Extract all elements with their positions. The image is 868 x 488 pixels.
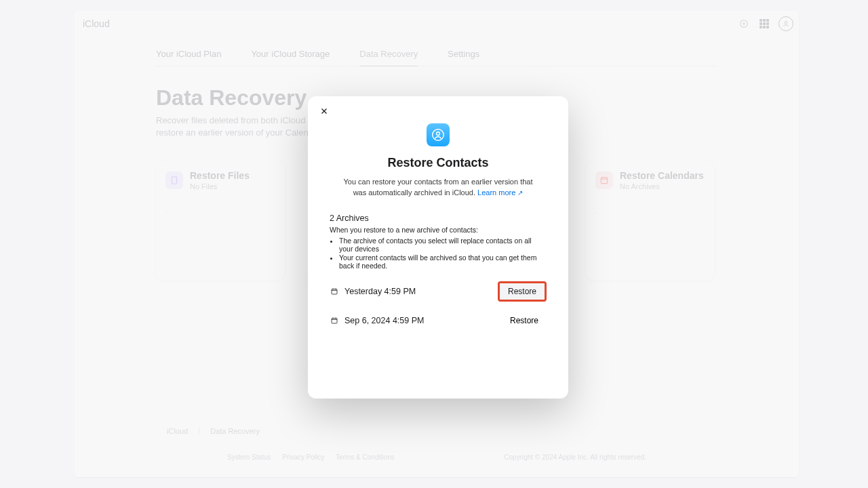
archive-list: Yesterday 4:59 PM Restore Sep 6, 2024 4:… (320, 270, 556, 334)
card-title: Restore Calendars (620, 170, 704, 181)
card-restore-files[interactable]: Restore Files No Files . (156, 161, 285, 280)
card-note: . (165, 207, 275, 215)
svg-point-10 (437, 132, 440, 136)
restore-button[interactable]: Restore (500, 283, 545, 300)
topbar-actions (738, 16, 793, 31)
breadcrumb-page: Data Recovery (210, 427, 260, 435)
svg-point-3 (785, 21, 787, 24)
settings-tabs: Your iCloud Plan Your iCloud Storage Dat… (156, 37, 717, 66)
svg-rect-5 (601, 178, 607, 184)
card-restore-calendars[interactable]: Restore Calendars No Archives . (586, 161, 715, 280)
breadcrumb-home[interactable]: iCloud (167, 427, 188, 435)
learn-more-link[interactable]: Learn more ↗ (477, 188, 523, 197)
tab-your-icloud-plan[interactable]: Your iCloud Plan (156, 37, 221, 66)
svg-rect-15 (332, 318, 337, 323)
archives-count: 2 Archives (330, 214, 547, 223)
restore-button[interactable]: Restore (502, 312, 547, 329)
files-icon (165, 171, 183, 189)
card-title: Restore Files (190, 170, 250, 181)
app-topbar: iCloud (75, 11, 799, 37)
archives-note: When you restore to a new archive of con… (330, 226, 547, 234)
tutorial-highlight: Restore (498, 281, 547, 302)
modal-title: Restore Contacts (387, 156, 488, 170)
brand-label: iCloud (83, 18, 110, 29)
footer-breadcrumb: iCloud Data Recovery (75, 427, 799, 435)
archive-date: Sep 6, 2024 4:59 PM (344, 316, 496, 325)
footer-link-system-status[interactable]: System Status (227, 453, 271, 461)
tab-data-recovery[interactable]: Data Recovery (359, 37, 418, 66)
archives-bullets: The archive of contacts you select will … (339, 237, 547, 270)
divider (199, 428, 199, 434)
footer-legal: System Status Privacy Policy Terms & Con… (75, 453, 799, 461)
bullet-item: The archive of contacts you select will … (339, 237, 547, 253)
calendar-small-icon (330, 287, 339, 296)
footer-link-terms[interactable]: Terms & Conditions (336, 453, 395, 461)
close-button[interactable] (317, 104, 331, 118)
restore-contacts-modal: Restore Contacts You can restore your co… (308, 96, 568, 399)
archive-row: Sep 6, 2024 4:59 PM Restore (330, 307, 547, 334)
modal-description: You can restore your contacts from an ea… (336, 177, 540, 199)
archive-date: Yesterday 4:59 PM (344, 287, 492, 296)
tab-settings[interactable]: Settings (448, 37, 479, 66)
footer-copyright: Copyright © 2024 Apple Inc. All rights r… (504, 453, 646, 461)
calendar-small-icon (330, 316, 339, 325)
card-subtitle: No Files (190, 182, 250, 190)
card-subtitle: No Archives (620, 182, 704, 190)
archives-section: 2 Archives When you restore to a new arc… (320, 214, 556, 270)
svg-rect-11 (332, 289, 337, 294)
plus-circle-icon[interactable] (738, 18, 750, 30)
account-avatar-icon[interactable] (778, 16, 793, 31)
footer-link-privacy[interactable]: Privacy Policy (282, 453, 324, 461)
tab-your-icloud-storage[interactable]: Your iCloud Storage (251, 37, 330, 66)
archive-row: Yesterday 4:59 PM Restore (330, 276, 547, 307)
bullet-item: Your current contacts will be archived s… (339, 253, 547, 270)
contacts-app-icon (427, 123, 450, 146)
brand[interactable]: iCloud (80, 18, 110, 29)
svg-rect-4 (172, 177, 177, 184)
card-note: . (595, 207, 705, 215)
external-link-icon: ↗ (517, 189, 523, 197)
app-grid-icon[interactable] (758, 18, 770, 30)
calendar-icon (595, 171, 613, 189)
